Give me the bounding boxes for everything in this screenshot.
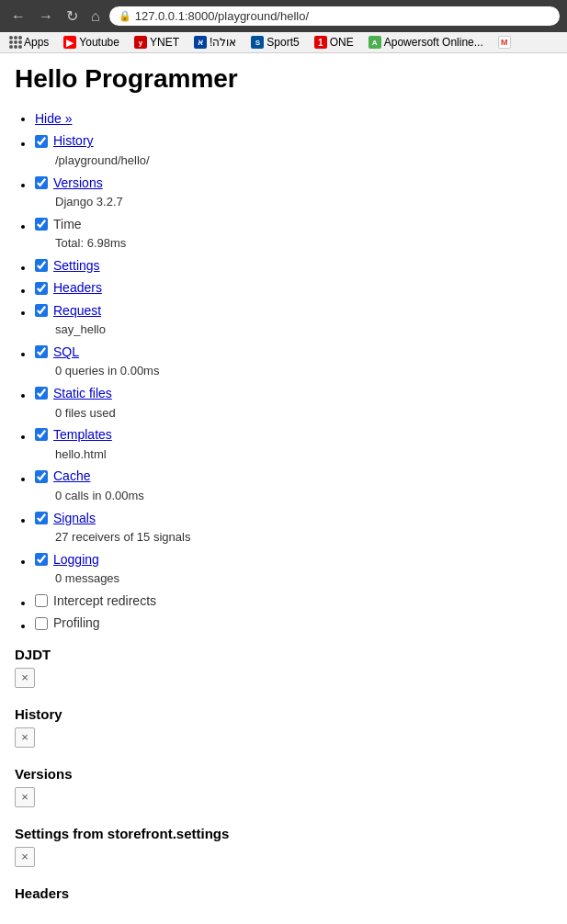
- item-row-logging: Logging: [35, 549, 552, 569]
- item-row-cache: Cache: [35, 466, 552, 486]
- time-subtext: Total: 6.98ms: [55, 234, 552, 254]
- reload-button[interactable]: ↻: [62, 6, 82, 27]
- item-row-sql: SQL: [35, 342, 552, 362]
- list-item-sql: SQL 0 queries in 0.00ms: [35, 342, 552, 381]
- templates-checkbox[interactable]: [35, 428, 48, 441]
- signals-subtext: 27 receivers of 15 signals: [55, 528, 552, 547]
- cache-subtext: 0 calls in 0.00ms: [55, 487, 552, 506]
- item-row-headers: Headers: [35, 277, 552, 298]
- forward-button[interactable]: →: [35, 6, 57, 27]
- home-button[interactable]: ⌂: [87, 6, 104, 27]
- bookmark-arutz[interactable]: א !אולה: [190, 35, 240, 50]
- intercept-label: Intercept redirects: [53, 591, 156, 611]
- djdt-section-header: DJDT: [15, 647, 552, 662]
- apps-grid-icon: [9, 36, 22, 49]
- sql-link[interactable]: SQL: [53, 342, 79, 362]
- versions-subtext: Django 3.2.7: [55, 193, 552, 212]
- list-item-logging: Logging 0 messages: [35, 549, 552, 589]
- list-item-request: Request say_hello: [35, 300, 552, 340]
- request-subtext: say_hello: [55, 321, 552, 340]
- profiling-checkbox[interactable]: [35, 617, 48, 630]
- item-row-settings: Settings: [35, 255, 552, 276]
- bookmark-one[interactable]: 1 ONE: [311, 35, 357, 50]
- ynet-label: YNET: [150, 36, 179, 49]
- list-item-settings: Settings: [35, 255, 552, 276]
- bookmark-gmail[interactable]: M: [494, 35, 515, 50]
- versions-checkbox[interactable]: [35, 176, 48, 189]
- arutz-label: !אולה: [210, 36, 236, 49]
- settings-section-close-button[interactable]: ×: [15, 847, 35, 867]
- back-button[interactable]: ←: [7, 6, 29, 27]
- sql-subtext: 0 queries in 0.00ms: [55, 362, 552, 381]
- youtube-label: Youtube: [79, 36, 119, 49]
- cache-checkbox[interactable]: [35, 470, 48, 483]
- item-row-versions: Versions: [35, 173, 552, 193]
- static-files-subtext: 0 files used: [55, 404, 552, 423]
- history-subtext: /playground/hello/: [55, 152, 552, 171]
- hide-link[interactable]: Hide »: [35, 108, 72, 129]
- list-item-cache: Cache 0 calls in 0.00ms: [35, 466, 552, 505]
- djdt-close-button[interactable]: ×: [15, 668, 35, 688]
- cache-link[interactable]: Cache: [53, 466, 90, 486]
- headers-section-header: Headers: [15, 885, 552, 901]
- headers-checkbox[interactable]: [35, 282, 48, 295]
- settings-section-header: Settings from storefront.settings: [15, 826, 552, 841]
- sport5-label: Sport5: [266, 36, 299, 49]
- one-label: ONE: [330, 36, 354, 49]
- intercept-checkbox[interactable]: [35, 594, 48, 607]
- item-row-signals: Signals: [35, 508, 552, 528]
- bookmark-apps-grid[interactable]: Apps: [6, 35, 52, 50]
- bookmark-sport5[interactable]: S Sport5: [247, 35, 302, 50]
- logging-checkbox[interactable]: [35, 553, 48, 566]
- settings-checkbox[interactable]: [35, 259, 48, 272]
- item-row-static-files: Static files: [35, 383, 552, 403]
- list-item-versions: Versions Django 3.2.7: [35, 173, 552, 212]
- url-text: 127.0.0.1:8000/playground/hello/: [135, 9, 309, 23]
- item-row-hide: Hide »: [35, 108, 552, 129]
- time-checkbox[interactable]: [35, 218, 48, 231]
- list-item-templates: Templates hello.html: [35, 424, 552, 464]
- logging-subtext: 0 messages: [55, 569, 552, 589]
- signals-checkbox[interactable]: [35, 512, 48, 524]
- history-checkbox[interactable]: [35, 135, 48, 148]
- list-item-signals: Signals 27 receivers of 15 signals: [35, 508, 552, 547]
- headers-link[interactable]: Headers: [53, 277, 102, 298]
- bookmarks-bar: Apps ▶ Youtube y YNET א !אולה S Sport5 1…: [0, 32, 567, 53]
- apowersoft-favicon: A: [369, 36, 381, 49]
- bookmark-youtube[interactable]: ▶ Youtube: [60, 35, 123, 50]
- panel-list: Hide » History /playground/hello/ Versio…: [15, 108, 552, 634]
- list-item-time: Time Total: 6.98ms: [35, 214, 552, 254]
- logging-link[interactable]: Logging: [53, 549, 99, 569]
- item-row-templates: Templates: [35, 424, 552, 445]
- browser-chrome: ← → ↻ ⌂ 🔒 127.0.0.1:8000/playground/hell…: [0, 0, 567, 32]
- request-checkbox[interactable]: [35, 304, 48, 317]
- history-section-close-button[interactable]: ×: [15, 727, 35, 748]
- settings-link[interactable]: Settings: [53, 255, 100, 276]
- item-row-history: History: [35, 130, 552, 151]
- item-row-profiling: Profiling: [35, 613, 552, 633]
- history-link[interactable]: History: [53, 130, 94, 151]
- item-row-time: Time: [35, 214, 552, 234]
- signals-link[interactable]: Signals: [53, 508, 96, 528]
- gmail-favicon: M: [498, 36, 511, 49]
- versions-link[interactable]: Versions: [53, 173, 103, 193]
- versions-section-close-button[interactable]: ×: [15, 787, 35, 807]
- history-section-header: History: [15, 706, 552, 722]
- page-title: Hello Programmer: [15, 64, 552, 94]
- page-content: Hello Programmer Hide » History /playgro…: [0, 53, 567, 918]
- address-bar[interactable]: 🔒 127.0.0.1:8000/playground/hello/: [109, 6, 560, 26]
- sport5-favicon: S: [251, 36, 264, 49]
- static-files-checkbox[interactable]: [35, 387, 48, 400]
- versions-section-header: Versions: [15, 766, 552, 782]
- list-item-static-files: Static files 0 files used: [35, 383, 552, 423]
- one-favicon: 1: [314, 36, 327, 49]
- sql-checkbox[interactable]: [35, 345, 48, 358]
- apps-label: Apps: [24, 36, 49, 49]
- request-link[interactable]: Request: [53, 300, 101, 321]
- list-item-profiling: Profiling: [35, 613, 552, 633]
- bookmark-apowersoft[interactable]: A Apowersoft Online...: [365, 35, 487, 50]
- bookmark-ynet[interactable]: y YNET: [130, 35, 183, 50]
- static-files-link[interactable]: Static files: [53, 383, 112, 403]
- templates-link[interactable]: Templates: [53, 424, 112, 445]
- profiling-label: Profiling: [53, 613, 100, 633]
